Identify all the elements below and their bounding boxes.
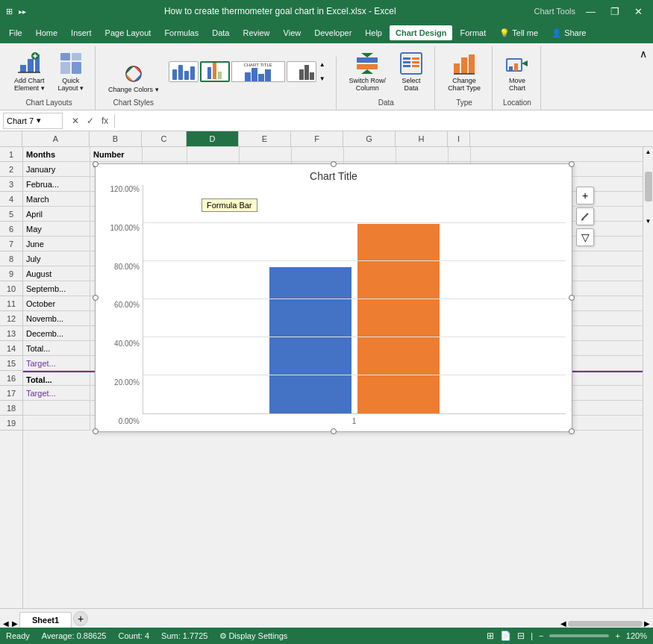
chart-bar-2[interactable] bbox=[357, 224, 440, 413]
row-header-5[interactable]: 5 bbox=[0, 207, 22, 222]
hscroll-left[interactable]: ◀ bbox=[560, 619, 566, 628]
scroll-down-arrow[interactable]: ▼ bbox=[644, 216, 653, 226]
name-box[interactable]: Chart 7 ▾ bbox=[3, 113, 63, 129]
col-header-i[interactable]: I bbox=[448, 131, 470, 146]
col-header-h[interactable]: H bbox=[396, 131, 448, 146]
cell-h1[interactable] bbox=[396, 147, 449, 162]
row-header-9[interactable]: 9 bbox=[0, 266, 22, 281]
cell-c1[interactable] bbox=[143, 147, 187, 162]
row-header-16[interactable]: 16 bbox=[0, 371, 22, 386]
chart-style-btn[interactable] bbox=[576, 207, 594, 225]
cell-a11[interactable]: October bbox=[23, 296, 90, 311]
menu-developer[interactable]: Developer bbox=[308, 25, 357, 40]
row-header-18[interactable]: 18 bbox=[0, 401, 22, 416]
handle-top-right[interactable] bbox=[569, 161, 575, 167]
row-header-15[interactable]: 15 bbox=[0, 356, 22, 371]
col-header-b[interactable]: B bbox=[90, 131, 142, 146]
handle-bottom-right[interactable] bbox=[569, 428, 575, 434]
row-header-19[interactable]: 19 bbox=[0, 416, 22, 431]
row-header-14[interactable]: 14 bbox=[0, 341, 22, 356]
zoom-level[interactable]: 120% bbox=[626, 631, 647, 640]
menu-data[interactable]: Data bbox=[206, 25, 235, 40]
col-header-f[interactable]: F bbox=[291, 131, 343, 146]
row-header-3[interactable]: 3 bbox=[0, 177, 22, 192]
row-header-12[interactable]: 12 bbox=[0, 311, 22, 326]
menu-file[interactable]: File bbox=[3, 25, 28, 40]
zoom-in-btn[interactable]: + bbox=[615, 631, 619, 640]
change-chart-type-button[interactable]: Change Chart Type bbox=[443, 48, 486, 96]
col-header-d[interactable]: D bbox=[187, 131, 239, 146]
fx-icon[interactable]: fx bbox=[99, 114, 111, 128]
chart-style-1[interactable] bbox=[169, 61, 199, 82]
collapse-icon[interactable]: ▸▸ bbox=[19, 7, 26, 16]
chart-style-2[interactable] bbox=[200, 61, 230, 82]
sheet-tab-sheet1[interactable]: Sheet1 bbox=[19, 612, 72, 628]
cell-a13[interactable]: Decemb... bbox=[23, 326, 90, 341]
menu-formulas[interactable]: Formulas bbox=[158, 25, 204, 40]
cell-a10[interactable]: Septemb... bbox=[23, 281, 90, 296]
row-header-6[interactable]: 6 bbox=[0, 222, 22, 237]
col-header-c[interactable]: C bbox=[142, 131, 187, 146]
select-data-button[interactable]: Select Data bbox=[394, 48, 428, 96]
menu-format[interactable]: Format bbox=[454, 25, 492, 40]
normal-view-btn[interactable]: ⊞ bbox=[487, 631, 494, 641]
cell-a14[interactable]: Total... bbox=[23, 341, 90, 356]
chart-style-3[interactable]: CHART TITLE bbox=[231, 61, 285, 82]
add-sheet-button[interactable]: + bbox=[73, 611, 88, 626]
cell-a16[interactable]: Total... bbox=[23, 372, 90, 387]
select-all-corner[interactable] bbox=[0, 131, 22, 146]
menu-review[interactable]: Review bbox=[237, 25, 275, 40]
chart-bar-1[interactable] bbox=[269, 267, 352, 413]
page-break-view-btn[interactable]: ⊟ bbox=[517, 631, 525, 641]
cell-a7[interactable]: June bbox=[23, 237, 90, 251]
cell-a1[interactable]: Months bbox=[23, 147, 90, 162]
hscroll-thumb[interactable] bbox=[568, 621, 643, 627]
change-colors-button[interactable]: Change Colors ▾ bbox=[103, 60, 164, 97]
col-header-e[interactable]: E bbox=[239, 131, 291, 146]
cell-a4[interactable]: March bbox=[23, 192, 90, 207]
style-scroll[interactable]: ▲ ▼ bbox=[318, 61, 327, 82]
name-box-dropdown[interactable]: ▾ bbox=[37, 116, 41, 125]
cell-a6[interactable]: May bbox=[23, 222, 90, 237]
chart-filter-btn[interactable]: ▽ bbox=[576, 228, 594, 246]
handle-bottom[interactable] bbox=[331, 428, 337, 434]
menu-help[interactable]: Help bbox=[359, 25, 388, 40]
minimize-button[interactable]: — bbox=[581, 4, 600, 19]
sheet-nav-left[interactable]: ◀ bbox=[3, 619, 9, 628]
sheet-nav-right[interactable]: ▶ bbox=[12, 619, 18, 628]
row-header-11[interactable]: 11 bbox=[0, 296, 22, 311]
handle-right[interactable] bbox=[569, 295, 575, 301]
handle-top-left[interactable] bbox=[93, 161, 99, 167]
chart-style-4[interactable] bbox=[287, 61, 316, 82]
cell-a9[interactable]: August bbox=[23, 266, 90, 281]
cell-d1[interactable] bbox=[187, 147, 240, 162]
close-button[interactable]: ✕ bbox=[630, 4, 647, 19]
row-header-7[interactable]: 7 bbox=[0, 237, 22, 251]
menu-share[interactable]: 👤 Share bbox=[546, 25, 592, 41]
handle-left[interactable] bbox=[93, 295, 99, 301]
quick-layout-button[interactable]: Quick Layout ▾ bbox=[53, 48, 90, 96]
chart-add-element-btn[interactable]: + bbox=[576, 187, 594, 204]
scroll-thumb[interactable] bbox=[645, 172, 652, 201]
cell-f1[interactable] bbox=[292, 147, 344, 162]
cell-e1[interactable] bbox=[240, 147, 292, 162]
vertical-scrollbar[interactable]: ▲ ▼ bbox=[643, 147, 653, 608]
menu-tellme[interactable]: 💡 Tell me bbox=[493, 25, 544, 41]
row-header-10[interactable]: 10 bbox=[0, 281, 22, 296]
cell-a5[interactable]: April bbox=[23, 207, 90, 222]
move-chart-button[interactable]: Move Chart bbox=[500, 48, 534, 96]
scroll-up-arrow[interactable]: ▲ bbox=[644, 147, 653, 157]
horizontal-scrollbar[interactable]: ◀ ▶ bbox=[560, 619, 650, 628]
cell-a12[interactable]: Novemb... bbox=[23, 311, 90, 326]
scroll-down-icon[interactable]: ▼ bbox=[318, 75, 327, 82]
menu-insert[interactable]: Insert bbox=[65, 25, 98, 40]
row-header-4[interactable]: 4 bbox=[0, 192, 22, 207]
switch-row-column-button[interactable]: Switch Row/ Column bbox=[344, 48, 392, 96]
formula-input[interactable] bbox=[118, 113, 650, 129]
menu-view[interactable]: View bbox=[278, 25, 307, 40]
cell-b1[interactable]: Number bbox=[90, 147, 143, 162]
chart-overlay[interactable]: Chart Title 120.00% 100.00% 80.00% 60.00… bbox=[95, 163, 572, 432]
menu-pagelayout[interactable]: Page Layout bbox=[99, 25, 157, 40]
menu-home[interactable]: Home bbox=[30, 25, 63, 40]
zoom-slider[interactable] bbox=[549, 634, 609, 637]
